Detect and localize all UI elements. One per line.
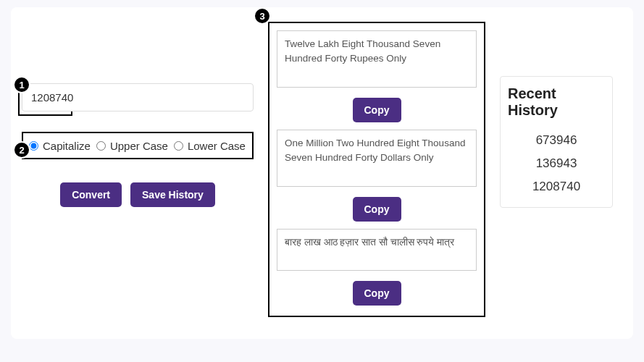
output-text-dollars[interactable] xyxy=(277,130,477,187)
input-panel: Capitalize Upper Case Lower Case Convert… xyxy=(22,22,254,207)
radio-capitalize[interactable]: Capitalize xyxy=(29,140,91,152)
convert-button[interactable]: Convert xyxy=(60,182,122,207)
radio-upper[interactable]: Upper Case xyxy=(96,140,168,152)
save-history-button[interactable]: Save History xyxy=(130,182,215,207)
radio-upper-input[interactable] xyxy=(96,141,106,151)
output-block-rupees: Copy xyxy=(277,30,477,122)
number-input[interactable] xyxy=(22,83,254,111)
history-title: Recent History xyxy=(508,85,605,119)
hero-section: Best Amount in Words tool xyxy=(0,346,644,362)
action-buttons: Convert Save History xyxy=(22,182,254,207)
history-item[interactable]: 136943 xyxy=(508,152,605,175)
annotation-badge-3: 3 xyxy=(254,7,271,25)
copy-button-rupees[interactable]: Copy xyxy=(353,98,401,122)
annotation-badge-1: 1 xyxy=(13,76,30,93)
output-text-rupees[interactable] xyxy=(277,30,477,88)
output-panel: Copy Copy Copy xyxy=(268,22,485,317)
radio-lower[interactable]: Lower Case xyxy=(174,140,246,152)
radio-lower-input[interactable] xyxy=(174,141,183,151)
radio-upper-label: Upper Case xyxy=(110,140,168,152)
case-option-group: Capitalize Upper Case Lower Case xyxy=(22,132,254,159)
radio-capitalize-label: Capitalize xyxy=(43,140,91,152)
copy-button-hindi[interactable]: Copy xyxy=(353,281,401,306)
output-block-hindi: Copy xyxy=(277,229,477,306)
copy-button-dollars[interactable]: Copy xyxy=(353,197,401,222)
history-panel: Recent History 673946 136943 1208740 xyxy=(500,76,613,208)
radio-lower-label: Lower Case xyxy=(188,140,246,152)
annotation-badge-2: 2 xyxy=(13,141,30,159)
history-item[interactable]: 673946 xyxy=(508,129,605,152)
history-item[interactable]: 1208740 xyxy=(508,175,605,198)
output-text-hindi[interactable] xyxy=(277,229,477,272)
output-block-dollars: Copy xyxy=(277,130,477,222)
